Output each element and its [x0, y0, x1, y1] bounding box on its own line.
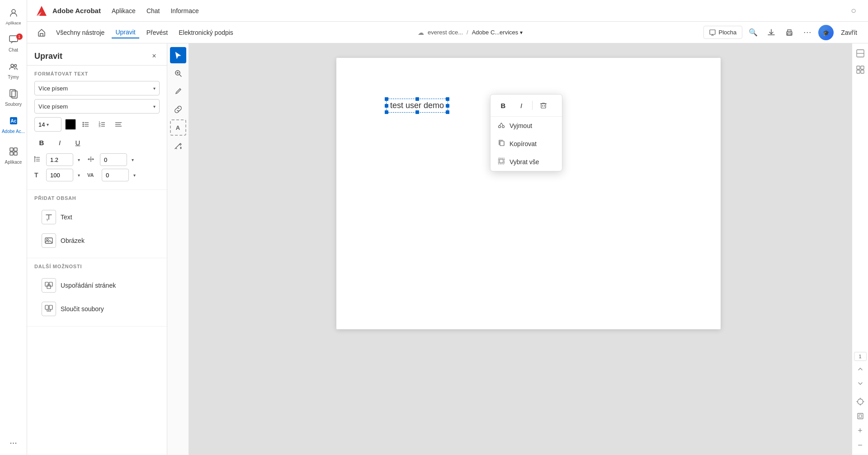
- zoom-tool-btn[interactable]: [170, 65, 186, 81]
- font-family-select[interactable]: Více písem ▾: [34, 81, 160, 95]
- text-element[interactable]: test user demo: [386, 99, 448, 113]
- search-icon-btn[interactable]: ○: [846, 4, 861, 18]
- arrange-pages-item[interactable]: Uspořádání stránek: [34, 274, 160, 297]
- menu-item-informace[interactable]: Informace: [170, 5, 198, 16]
- color-swatch[interactable]: [65, 119, 76, 130]
- cut-icon: [498, 121, 505, 130]
- ctx-cut-item[interactable]: Vyjmout: [491, 117, 562, 135]
- desktop-button[interactable]: Plocha: [703, 26, 742, 39]
- sidebar-item-chat[interactable]: 1 Chat: [1, 31, 26, 56]
- add-text-item[interactable]: T Text: [34, 205, 160, 229]
- nav-convert[interactable]: Převést: [143, 27, 171, 38]
- italic-btn[interactable]: I: [52, 135, 67, 150]
- zoom-in-btn[interactable]: +: [854, 424, 867, 437]
- font-scale-value[interactable]: 100: [46, 169, 73, 181]
- handle-tc[interactable]: [415, 97, 419, 101]
- char-spacing-arrow[interactable]: ▾: [132, 157, 134, 162]
- merge-files-icon: [42, 302, 56, 316]
- merge-files-item[interactable]: Sloučit soubory: [34, 297, 160, 321]
- page-down-btn[interactable]: [854, 377, 867, 390]
- nav-sign[interactable]: Elektronický podpis: [175, 27, 237, 38]
- home-button[interactable]: [34, 25, 49, 40]
- font-style-select[interactable]: Více písem ▾: [34, 99, 160, 114]
- right-panel-grid-btn[interactable]: [854, 63, 867, 76]
- svg-text:3.: 3.: [99, 124, 101, 128]
- close-btn[interactable]: Zavřít: [837, 27, 861, 38]
- svg-rect-44: [47, 285, 51, 289]
- ctx-copy-item[interactable]: Kopírovat: [491, 135, 562, 153]
- handle-tr[interactable]: [446, 97, 449, 101]
- svg-point-53: [499, 126, 501, 128]
- print-btn[interactable]: [782, 25, 797, 40]
- line-spacing-value[interactable]: 1.2: [46, 153, 73, 166]
- sidebar-more-btn[interactable]: ···: [9, 437, 17, 448]
- link-tool-btn[interactable]: [170, 101, 186, 118]
- svg-text:🎓: 🎓: [823, 29, 830, 36]
- kerning-value[interactable]: 0: [102, 169, 129, 181]
- char-spacing-value[interactable]: 0: [100, 153, 127, 166]
- avatar-btn[interactable]: 🎓: [818, 25, 834, 40]
- close-panel-btn[interactable]: ×: [149, 51, 160, 62]
- download-btn[interactable]: [764, 25, 778, 40]
- top-nav-right: ○: [846, 4, 861, 18]
- svg-rect-45: [45, 305, 48, 309]
- add-text-label: Text: [61, 213, 72, 221]
- chat-badge: 1: [16, 33, 23, 40]
- kerning-arrow[interactable]: ▾: [133, 173, 136, 178]
- ctx-select-all-item[interactable]: Vybrat vše: [491, 153, 562, 171]
- bold-btn[interactable]: B: [34, 135, 49, 150]
- svg-rect-65: [859, 415, 862, 417]
- breadcrumb-file[interactable]: everest dce...: [428, 29, 463, 36]
- ctx-bold-btn[interactable]: B: [496, 98, 510, 113]
- handle-mr[interactable]: [446, 104, 449, 108]
- underline-btn[interactable]: U: [71, 135, 85, 150]
- handle-bl[interactable]: [385, 110, 388, 114]
- arrange-pages-label: Uspořádání stránek: [61, 282, 116, 289]
- handle-ml[interactable]: [385, 104, 388, 108]
- right-panel-split-btn[interactable]: [854, 47, 867, 60]
- svg-text:T: T: [46, 218, 48, 222]
- context-menu-toolbar: B I: [491, 95, 562, 117]
- app-name: Adobe Acrobat: [52, 7, 101, 14]
- ctx-delete-btn[interactable]: [536, 98, 551, 113]
- merge-files-label: Sloučit soubory: [61, 305, 104, 313]
- handle-br[interactable]: [446, 110, 449, 114]
- align-btn[interactable]: [112, 118, 125, 131]
- menu-item-chat[interactable]: Chat: [146, 5, 160, 16]
- sidebar-item-teams[interactable]: Týmy: [1, 58, 26, 83]
- font-scale-arrow[interactable]: ▾: [78, 173, 80, 178]
- fill-tool-btn[interactable]: [170, 137, 186, 154]
- nav-edit[interactable]: Upravit: [112, 27, 139, 38]
- unordered-list-btn[interactable]: [80, 118, 92, 131]
- add-text-tool-btn[interactable]: A: [170, 119, 186, 136]
- ctx-italic-btn[interactable]: I: [514, 98, 528, 113]
- ordered-list-btn[interactable]: 1. 2. 3.: [96, 118, 108, 131]
- teams-icon: [9, 62, 19, 74]
- sidebar-item-files-label: Soubory: [5, 102, 22, 107]
- zoom-reset-btn[interactable]: [854, 395, 867, 408]
- font-size-input[interactable]: 14 ▾: [34, 117, 61, 132]
- zoom-fit-btn[interactable]: [854, 410, 867, 422]
- handle-bc[interactable]: [415, 110, 419, 114]
- menu-item-aplikace[interactable]: Aplikace: [112, 5, 136, 16]
- nav-all-tools[interactable]: Všechny nástroje: [52, 27, 108, 38]
- pen-tool-btn[interactable]: [170, 83, 186, 100]
- zoom-out-btn[interactable]: −: [854, 439, 867, 451]
- page-controls: 1: [854, 352, 867, 390]
- select-tool-btn[interactable]: [170, 47, 186, 63]
- sidebar-item-files[interactable]: Soubory: [1, 85, 26, 110]
- doc-area[interactable]: test user demo B I: [189, 43, 868, 455]
- breadcrumb-current[interactable]: Adobe C...ervices ▾: [472, 29, 523, 36]
- add-image-item[interactable]: Obrázek: [34, 229, 160, 252]
- handle-tl[interactable]: [385, 97, 388, 101]
- sidebar-item-activity[interactable]: Aplikace: [1, 4, 26, 29]
- sidebar-item-acrobat[interactable]: Ac Adobe Ac...: [1, 112, 26, 137]
- more-options-section: DALŠÍ MOŽNOSTI Uspořádání stránek: [27, 258, 167, 327]
- sidebar-item-apps[interactable]: Aplikace: [1, 143, 26, 168]
- content-area: Všechny nástroje Upravit Převést Elektro…: [27, 22, 868, 455]
- page-up-btn[interactable]: [854, 363, 867, 375]
- more-btn[interactable]: ···: [800, 25, 815, 40]
- search-btn[interactable]: 🔍: [746, 25, 760, 40]
- line-spacing-arrow[interactable]: ▾: [78, 157, 80, 162]
- edit-layout: Upravit × FORMÁTOVAT TEXT Více písem ▾: [27, 43, 868, 455]
